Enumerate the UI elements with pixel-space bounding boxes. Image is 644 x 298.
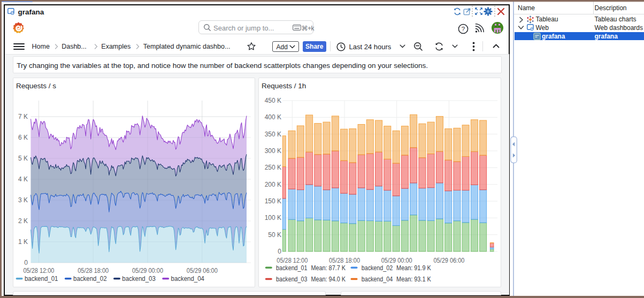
svg-text:3 K: 3 K bbox=[18, 196, 28, 204]
svg-text:backend_04: backend_04 bbox=[171, 275, 205, 282]
svg-text:backend_02: backend_02 bbox=[73, 275, 107, 282]
svg-text:100 K: 100 K bbox=[264, 214, 281, 221]
svg-text:250 K: 250 K bbox=[264, 164, 281, 171]
svg-text:7 K: 7 K bbox=[18, 113, 28, 120]
svg-text:4 K: 4 K bbox=[18, 175, 28, 183]
svg-text:05/28 12:00: 05/28 12:00 bbox=[23, 267, 54, 274]
svg-text:backend_02: backend_02 bbox=[361, 264, 393, 272]
svg-text:0: 0 bbox=[24, 259, 28, 266]
svg-text:05/29 00:00: 05/29 00:00 bbox=[132, 267, 163, 274]
svg-text:0: 0 bbox=[278, 248, 281, 255]
svg-text:backend_01: backend_01 bbox=[25, 275, 58, 282]
svg-text:Mean: 93.1 K: Mean: 93.1 K bbox=[396, 276, 431, 283]
svg-text:50 K: 50 K bbox=[268, 231, 281, 239]
svg-text:backend_04: backend_04 bbox=[361, 276, 393, 283]
svg-text:?: ? bbox=[462, 26, 465, 32]
svg-text:Mean: 94.0 K: Mean: 94.0 K bbox=[311, 276, 346, 283]
svg-text:6 K: 6 K bbox=[18, 134, 28, 141]
svg-text:1 K: 1 K bbox=[18, 238, 28, 246]
svg-text:backend_03: backend_03 bbox=[276, 276, 308, 283]
svg-text:Mean: 91.9 K: Mean: 91.9 K bbox=[396, 264, 431, 272]
svg-text:300 K: 300 K bbox=[264, 147, 281, 155]
svg-text:05/28 12:00: 05/28 12:00 bbox=[277, 257, 308, 264]
svg-text:Mean: 87.7 K: Mean: 87.7 K bbox=[311, 264, 346, 272]
svg-text:backend_01: backend_01 bbox=[276, 264, 308, 272]
svg-text:05/29 00:00: 05/29 00:00 bbox=[381, 257, 412, 264]
svg-text:150 K: 150 K bbox=[264, 197, 281, 205]
svg-text:200 K: 200 K bbox=[264, 181, 281, 188]
svg-text:2 K: 2 K bbox=[18, 217, 28, 225]
svg-text:350 K: 350 K bbox=[264, 131, 281, 138]
svg-text:05/29 06:00: 05/29 06:00 bbox=[187, 267, 218, 274]
svg-text:05/29 06:00: 05/29 06:00 bbox=[433, 257, 464, 264]
svg-text:400 K: 400 K bbox=[264, 113, 281, 121]
svg-text:05/28 18:00: 05/28 18:00 bbox=[329, 257, 360, 264]
svg-text:5 K: 5 K bbox=[18, 155, 28, 162]
svg-text:backend_03: backend_03 bbox=[122, 275, 156, 282]
svg-text:05/28 18:00: 05/28 18:00 bbox=[78, 267, 109, 274]
svg-text:450 K: 450 K bbox=[264, 97, 281, 104]
